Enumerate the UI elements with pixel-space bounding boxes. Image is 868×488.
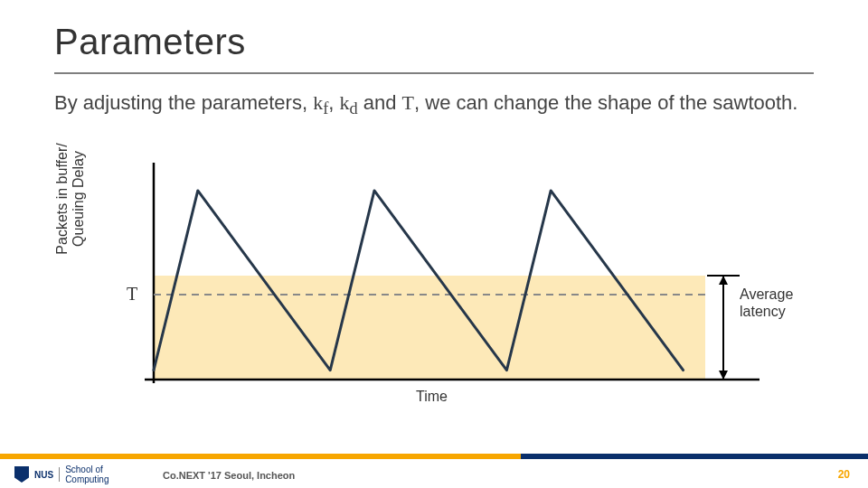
y-axis-label: Packets in buffer/ Queuing Delay bbox=[54, 117, 87, 280]
chart: Packets in buffer/ Queuing Delay T Time … bbox=[72, 154, 796, 407]
footer-page-number: 20 bbox=[838, 468, 850, 481]
footer-venue: Co.NEXT '17 Seoul, Incheon bbox=[163, 470, 295, 481]
threshold-T-label: T bbox=[127, 284, 137, 305]
body-text: By adjusting the parameters, kf, kd and … bbox=[54, 90, 814, 120]
sym-T: T bbox=[402, 91, 414, 114]
avg-arrow-down-icon bbox=[719, 371, 728, 380]
footer-accent-bar bbox=[0, 454, 868, 459]
text-post: , we can change the shape of the sawtoot… bbox=[414, 91, 797, 114]
sym-kd-sub: d bbox=[350, 99, 358, 117]
sym-kd: k bbox=[340, 91, 350, 114]
footer-org-school: School of Computing bbox=[65, 465, 108, 484]
avg-latency-label: Average latency bbox=[740, 286, 793, 320]
footer-divider bbox=[59, 467, 60, 482]
chart-svg bbox=[72, 154, 796, 407]
footer: NUS School of Computing Co.NEXT '17 Seou… bbox=[0, 457, 868, 488]
text-and: and bbox=[358, 91, 402, 114]
page-title: Parameters bbox=[54, 22, 246, 62]
text-pre: By adjusting the parameters, bbox=[54, 91, 313, 114]
slide: Parameters By adjusting the parameters, … bbox=[0, 0, 868, 488]
sym-kf: k bbox=[313, 91, 323, 114]
footer-logo: NUS School of Computing bbox=[14, 465, 108, 484]
shaded-band bbox=[154, 276, 705, 380]
footer-org-nus: NUS bbox=[34, 470, 53, 480]
title-rule bbox=[54, 72, 814, 74]
nus-crest-icon bbox=[14, 466, 29, 483]
x-axis-label: Time bbox=[416, 389, 448, 405]
avg-arrow-up-icon bbox=[719, 276, 728, 285]
sep1: , bbox=[328, 91, 339, 114]
